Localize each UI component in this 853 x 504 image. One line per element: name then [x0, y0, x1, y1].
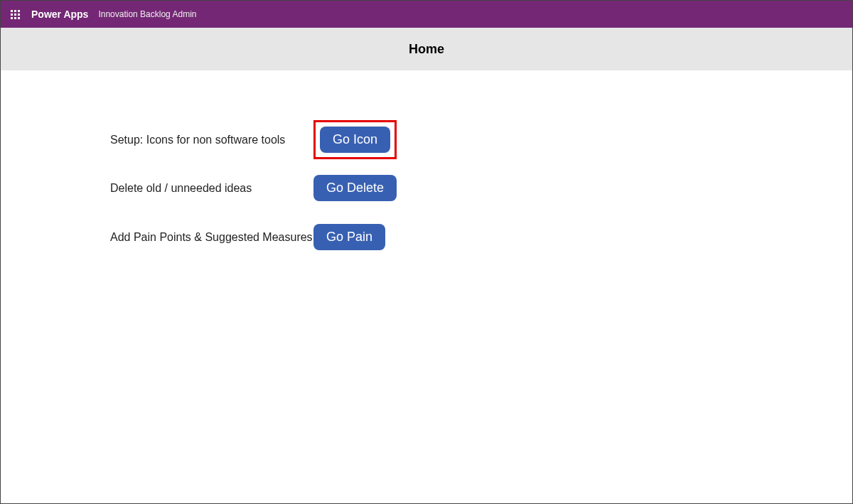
row-label-setup-icons: Setup: Icons for non software tools	[110, 134, 313, 146]
page-title: Home	[409, 42, 444, 57]
row-pain-points: Add Pain Points & Suggested Measures Go …	[110, 224, 852, 250]
subheader: Home	[1, 28, 852, 70]
go-icon-button[interactable]: Go Icon	[320, 127, 390, 153]
brand-label: Power Apps	[31, 9, 88, 20]
app-launcher-icon[interactable]	[11, 10, 20, 19]
row-label-pain-points: Add Pain Points & Suggested Measures	[110, 231, 313, 244]
row-label-delete-ideas: Delete old / unneeded ideas	[110, 182, 313, 195]
content-area: Setup: Icons for non software tools Go I…	[1, 70, 852, 250]
top-bar: Power Apps Innovation Backlog Admin	[1, 1, 852, 28]
go-delete-button[interactable]: Go Delete	[313, 175, 397, 201]
row-setup-icons: Setup: Icons for non software tools Go I…	[110, 120, 852, 159]
highlight-box: Go Icon	[313, 120, 397, 159]
row-delete-ideas: Delete old / unneeded ideas Go Delete	[110, 175, 852, 201]
app-name-label: Innovation Backlog Admin	[98, 9, 196, 19]
go-pain-button[interactable]: Go Pain	[313, 224, 385, 250]
